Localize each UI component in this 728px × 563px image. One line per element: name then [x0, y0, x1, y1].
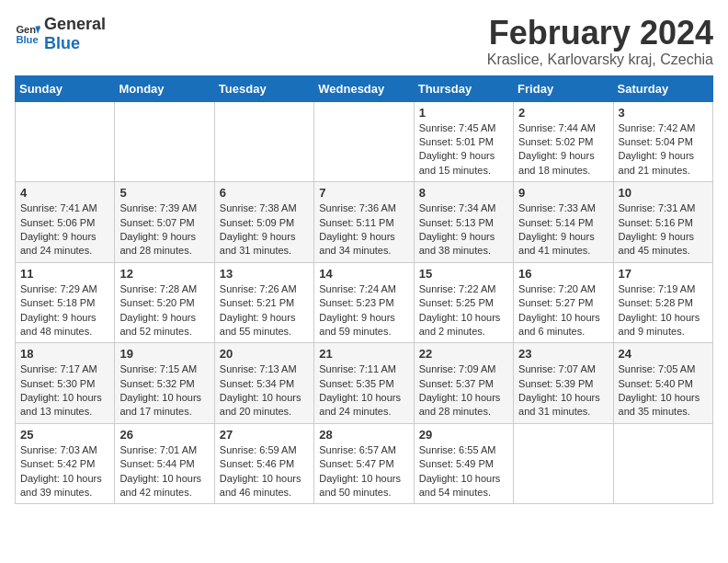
calendar-cell: 7Sunrise: 7:36 AM Sunset: 5:11 PM Daylig… [314, 182, 414, 263]
day-number: 15 [419, 267, 508, 281]
day-header-friday: Friday [514, 75, 613, 101]
logo-icon: Gen Blue [15, 21, 40, 47]
day-info: Sunrise: 7:28 AM Sunset: 5:20 PM Dayligh… [119, 282, 209, 339]
calendar-cell: 27Sunrise: 6:59 AM Sunset: 5:46 PM Dayli… [214, 423, 313, 504]
day-info: Sunrise: 7:42 AM Sunset: 5:04 PM Dayligh… [619, 121, 708, 178]
calendar-header-row: SundayMondayTuesdayWednesdayThursdayFrid… [16, 75, 713, 101]
day-info: Sunrise: 6:59 AM Sunset: 5:46 PM Dayligh… [220, 443, 309, 500]
calendar-cell: 11Sunrise: 7:29 AM Sunset: 5:18 PM Dayli… [16, 262, 115, 343]
calendar-cell: 12Sunrise: 7:28 AM Sunset: 5:20 PM Dayli… [115, 262, 214, 343]
day-number: 17 [619, 267, 708, 281]
day-number: 28 [319, 428, 408, 442]
day-number: 5 [119, 186, 209, 200]
day-number: 29 [419, 428, 508, 442]
day-number: 14 [319, 267, 408, 281]
calendar-subtitle: Kraslice, Karlovarsky kraj, Czechia [487, 52, 713, 68]
day-number: 4 [20, 186, 109, 200]
calendar-cell [613, 423, 712, 504]
day-info: Sunrise: 7:17 AM Sunset: 5:30 PM Dayligh… [20, 362, 109, 419]
calendar-cell: 25Sunrise: 7:03 AM Sunset: 5:42 PM Dayli… [16, 423, 115, 504]
day-info: Sunrise: 6:55 AM Sunset: 5:49 PM Dayligh… [419, 443, 508, 500]
day-info: Sunrise: 7:34 AM Sunset: 5:13 PM Dayligh… [419, 201, 508, 259]
day-info: Sunrise: 7:07 AM Sunset: 5:39 PM Dayligh… [518, 362, 608, 419]
calendar-cell: 26Sunrise: 7:01 AM Sunset: 5:44 PM Dayli… [115, 423, 214, 504]
day-number: 25 [20, 428, 109, 442]
day-info: Sunrise: 7:36 AM Sunset: 5:11 PM Dayligh… [319, 201, 408, 259]
day-number: 7 [319, 186, 408, 200]
day-info: Sunrise: 7:22 AM Sunset: 5:25 PM Dayligh… [419, 282, 508, 339]
logo: Gen Blue General Blue [15, 15, 106, 53]
day-info: Sunrise: 6:57 AM Sunset: 5:47 PM Dayligh… [319, 443, 408, 500]
calendar-cell: 20Sunrise: 7:13 AM Sunset: 5:34 PM Dayli… [214, 343, 313, 424]
calendar-cell: 18Sunrise: 7:17 AM Sunset: 5:30 PM Dayli… [16, 343, 115, 424]
day-number: 1 [419, 106, 508, 120]
calendar-cell [314, 101, 414, 182]
day-number: 27 [220, 428, 309, 442]
calendar-week-row: 25Sunrise: 7:03 AM Sunset: 5:42 PM Dayli… [16, 423, 713, 504]
logo-text: General Blue [44, 15, 106, 53]
day-info: Sunrise: 7:29 AM Sunset: 5:18 PM Dayligh… [20, 282, 109, 339]
calendar-cell: 28Sunrise: 6:57 AM Sunset: 5:47 PM Dayli… [314, 423, 414, 504]
calendar-cell: 17Sunrise: 7:19 AM Sunset: 5:28 PM Dayli… [613, 262, 712, 343]
calendar-cell: 14Sunrise: 7:24 AM Sunset: 5:23 PM Dayli… [314, 262, 414, 343]
calendar-title: February 2024 [487, 15, 713, 52]
calendar-week-row: 1Sunrise: 7:45 AM Sunset: 5:01 PM Daylig… [16, 101, 713, 182]
calendar-cell: 5Sunrise: 7:39 AM Sunset: 5:07 PM Daylig… [115, 182, 214, 263]
day-header-saturday: Saturday [613, 75, 712, 101]
calendar-cell: 10Sunrise: 7:31 AM Sunset: 5:16 PM Dayli… [613, 182, 712, 263]
calendar-cell: 23Sunrise: 7:07 AM Sunset: 5:39 PM Dayli… [514, 343, 613, 424]
day-number: 24 [619, 347, 708, 361]
calendar-cell: 29Sunrise: 6:55 AM Sunset: 5:49 PM Dayli… [414, 423, 513, 504]
day-number: 21 [319, 347, 408, 361]
calendar-cell: 24Sunrise: 7:05 AM Sunset: 5:40 PM Dayli… [613, 343, 712, 424]
day-info: Sunrise: 7:39 AM Sunset: 5:07 PM Dayligh… [119, 201, 209, 259]
day-info: Sunrise: 7:45 AM Sunset: 5:01 PM Dayligh… [419, 121, 508, 178]
day-info: Sunrise: 7:19 AM Sunset: 5:28 PM Dayligh… [619, 282, 708, 339]
day-number: 2 [518, 106, 608, 120]
day-header-monday: Monday [115, 75, 214, 101]
day-header-sunday: Sunday [16, 75, 115, 101]
day-info: Sunrise: 7:26 AM Sunset: 5:21 PM Dayligh… [220, 282, 309, 339]
day-info: Sunrise: 7:11 AM Sunset: 5:35 PM Dayligh… [319, 362, 408, 419]
day-info: Sunrise: 7:38 AM Sunset: 5:09 PM Dayligh… [220, 201, 309, 259]
day-info: Sunrise: 7:41 AM Sunset: 5:06 PM Dayligh… [20, 201, 109, 259]
calendar-cell: 21Sunrise: 7:11 AM Sunset: 5:35 PM Dayli… [314, 343, 414, 424]
calendar-cell: 6Sunrise: 7:38 AM Sunset: 5:09 PM Daylig… [214, 182, 313, 263]
day-info: Sunrise: 7:44 AM Sunset: 5:02 PM Dayligh… [518, 121, 608, 178]
calendar-cell: 13Sunrise: 7:26 AM Sunset: 5:21 PM Dayli… [214, 262, 313, 343]
day-info: Sunrise: 7:15 AM Sunset: 5:32 PM Dayligh… [119, 362, 209, 419]
day-info: Sunrise: 7:01 AM Sunset: 5:44 PM Dayligh… [119, 443, 209, 500]
title-area: February 2024 Kraslice, Karlovarsky kraj… [487, 15, 713, 68]
day-info: Sunrise: 7:13 AM Sunset: 5:34 PM Dayligh… [220, 362, 309, 419]
svg-text:Gen: Gen [16, 24, 36, 35]
calendar-cell: 19Sunrise: 7:15 AM Sunset: 5:32 PM Dayli… [115, 343, 214, 424]
day-info: Sunrise: 7:03 AM Sunset: 5:42 PM Dayligh… [20, 443, 109, 500]
day-number: 12 [119, 267, 209, 281]
day-number: 9 [518, 186, 608, 200]
calendar-week-row: 11Sunrise: 7:29 AM Sunset: 5:18 PM Dayli… [16, 262, 713, 343]
calendar-cell: 2Sunrise: 7:44 AM Sunset: 5:02 PM Daylig… [514, 101, 613, 182]
calendar-cell: 16Sunrise: 7:20 AM Sunset: 5:27 PM Dayli… [514, 262, 613, 343]
page-header: Gen Blue General Blue February 2024 Kras… [15, 15, 713, 68]
day-number: 22 [419, 347, 508, 361]
calendar-cell: 1Sunrise: 7:45 AM Sunset: 5:01 PM Daylig… [414, 101, 513, 182]
calendar-cell: 4Sunrise: 7:41 AM Sunset: 5:06 PM Daylig… [16, 182, 115, 263]
calendar-cell: 8Sunrise: 7:34 AM Sunset: 5:13 PM Daylig… [414, 182, 513, 263]
day-number: 19 [119, 347, 209, 361]
day-info: Sunrise: 7:31 AM Sunset: 5:16 PM Dayligh… [619, 201, 708, 259]
calendar-week-row: 4Sunrise: 7:41 AM Sunset: 5:06 PM Daylig… [16, 182, 713, 263]
calendar-cell [115, 101, 214, 182]
day-header-wednesday: Wednesday [314, 75, 414, 101]
calendar-cell [16, 101, 115, 182]
calendar-table: SundayMondayTuesdayWednesdayThursdayFrid… [15, 75, 713, 505]
calendar-cell: 15Sunrise: 7:22 AM Sunset: 5:25 PM Dayli… [414, 262, 513, 343]
calendar-cell: 3Sunrise: 7:42 AM Sunset: 5:04 PM Daylig… [613, 101, 712, 182]
day-number: 10 [619, 186, 708, 200]
calendar-week-row: 18Sunrise: 7:17 AM Sunset: 5:30 PM Dayli… [16, 343, 713, 424]
day-number: 11 [20, 267, 109, 281]
svg-text:Blue: Blue [16, 34, 38, 45]
day-number: 8 [419, 186, 508, 200]
day-number: 23 [518, 347, 608, 361]
day-number: 20 [220, 347, 309, 361]
calendar-cell [214, 101, 313, 182]
